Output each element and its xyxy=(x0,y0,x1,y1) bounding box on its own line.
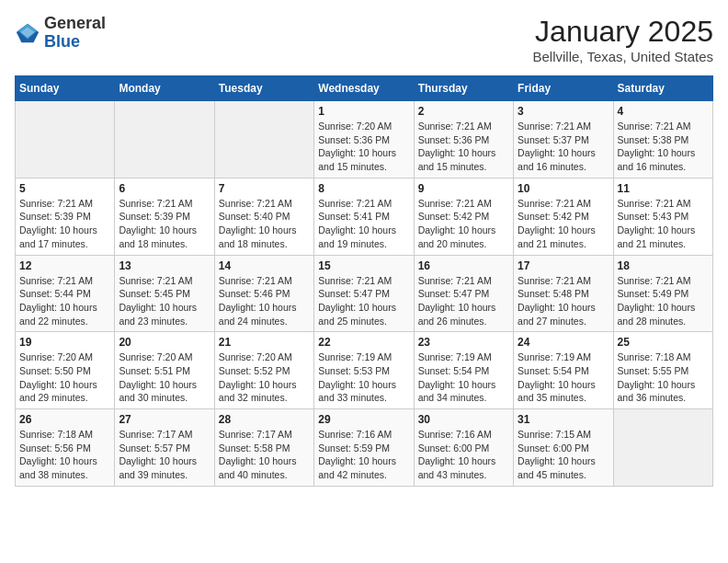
day-info: Sunrise: 7:21 AM Sunset: 5:47 PM Dayligh… xyxy=(318,274,409,328)
day-number: 22 xyxy=(318,336,409,349)
day-number: 14 xyxy=(219,259,310,272)
week-row-5: 26 Sunrise: 7:18 AM Sunset: 5:56 PM Dayl… xyxy=(16,409,713,487)
calendar-table: SundayMondayTuesdayWednesdayThursdayFrid… xyxy=(15,75,713,487)
week-row-1: 1 Sunrise: 7:20 AM Sunset: 5:36 PM Dayli… xyxy=(16,101,713,178)
day-number: 17 xyxy=(518,259,609,272)
day-number: 3 xyxy=(518,105,609,118)
day-info: Sunrise: 7:21 AM Sunset: 5:49 PM Dayligh… xyxy=(618,274,709,328)
day-cell: 19 Sunrise: 7:20 AM Sunset: 5:50 PM Dayl… xyxy=(16,332,115,409)
day-cell: 20 Sunrise: 7:20 AM Sunset: 5:51 PM Dayl… xyxy=(115,332,214,409)
day-info: Sunrise: 7:20 AM Sunset: 5:52 PM Dayligh… xyxy=(219,350,310,405)
calendar-body: 1 Sunrise: 7:20 AM Sunset: 5:36 PM Dayli… xyxy=(16,101,713,487)
day-info: Sunrise: 7:20 AM Sunset: 5:50 PM Dayligh… xyxy=(19,350,110,405)
week-row-3: 12 Sunrise: 7:21 AM Sunset: 5:44 PM Dayl… xyxy=(16,255,713,332)
day-info: Sunrise: 7:21 AM Sunset: 5:48 PM Dayligh… xyxy=(518,274,609,328)
day-cell: 15 Sunrise: 7:21 AM Sunset: 5:47 PM Dayl… xyxy=(314,255,414,332)
day-info: Sunrise: 7:20 AM Sunset: 5:36 PM Dayligh… xyxy=(318,120,409,174)
day-cell: 9 Sunrise: 7:21 AM Sunset: 5:42 PM Dayli… xyxy=(414,178,513,255)
day-cell: 17 Sunrise: 7:21 AM Sunset: 5:48 PM Dayl… xyxy=(514,255,613,332)
page-subtitle: Bellville, Texas, United States xyxy=(533,49,714,64)
day-number: 26 xyxy=(19,413,110,426)
day-cell: 24 Sunrise: 7:19 AM Sunset: 5:54 PM Dayl… xyxy=(514,332,613,409)
day-cell: 31 Sunrise: 7:15 AM Sunset: 6:00 PM Dayl… xyxy=(514,409,613,487)
day-cell: 25 Sunrise: 7:18 AM Sunset: 5:55 PM Dayl… xyxy=(613,332,712,409)
day-info: Sunrise: 7:19 AM Sunset: 5:54 PM Dayligh… xyxy=(518,350,609,405)
day-info: Sunrise: 7:21 AM Sunset: 5:36 PM Dayligh… xyxy=(418,120,509,174)
day-info: Sunrise: 7:21 AM Sunset: 5:37 PM Dayligh… xyxy=(518,120,609,174)
day-info: Sunrise: 7:16 AM Sunset: 6:00 PM Dayligh… xyxy=(418,428,509,482)
day-cell xyxy=(16,101,115,178)
weekday-wednesday: Wednesday xyxy=(314,76,414,101)
day-info: Sunrise: 7:19 AM Sunset: 5:54 PM Dayligh… xyxy=(418,350,509,405)
day-cell: 21 Sunrise: 7:20 AM Sunset: 5:52 PM Dayl… xyxy=(214,332,313,409)
day-info: Sunrise: 7:21 AM Sunset: 5:39 PM Dayligh… xyxy=(19,197,110,251)
day-number: 12 xyxy=(19,259,110,272)
weekday-header-row: SundayMondayTuesdayWednesdayThursdayFrid… xyxy=(16,76,713,101)
day-number: 24 xyxy=(518,336,609,349)
day-cell: 23 Sunrise: 7:19 AM Sunset: 5:54 PM Dayl… xyxy=(414,332,513,409)
day-number: 10 xyxy=(518,182,609,195)
day-info: Sunrise: 7:21 AM Sunset: 5:46 PM Dayligh… xyxy=(219,274,310,328)
day-info: Sunrise: 7:15 AM Sunset: 6:00 PM Dayligh… xyxy=(518,428,609,482)
day-cell: 28 Sunrise: 7:17 AM Sunset: 5:58 PM Dayl… xyxy=(214,409,313,487)
day-info: Sunrise: 7:21 AM Sunset: 5:41 PM Dayligh… xyxy=(318,197,409,251)
day-number: 19 xyxy=(19,336,110,349)
day-number: 30 xyxy=(418,413,509,426)
day-cell: 12 Sunrise: 7:21 AM Sunset: 5:44 PM Dayl… xyxy=(16,255,115,332)
day-cell: 22 Sunrise: 7:19 AM Sunset: 5:53 PM Dayl… xyxy=(314,332,414,409)
day-info: Sunrise: 7:18 AM Sunset: 5:55 PM Dayligh… xyxy=(618,350,709,405)
day-cell: 6 Sunrise: 7:21 AM Sunset: 5:39 PM Dayli… xyxy=(115,178,214,255)
day-cell: 11 Sunrise: 7:21 AM Sunset: 5:43 PM Dayl… xyxy=(613,178,712,255)
day-cell: 14 Sunrise: 7:21 AM Sunset: 5:46 PM Dayl… xyxy=(214,255,313,332)
day-info: Sunrise: 7:21 AM Sunset: 5:47 PM Dayligh… xyxy=(418,274,509,328)
day-number: 29 xyxy=(318,413,409,426)
weekday-sunday: Sunday xyxy=(16,76,115,101)
day-cell: 10 Sunrise: 7:21 AM Sunset: 5:42 PM Dayl… xyxy=(514,178,613,255)
title-block: January 2025 Bellville, Texas, United St… xyxy=(533,15,714,64)
page-header: General Blue January 2025 Bellville, Tex… xyxy=(15,15,713,64)
day-number: 7 xyxy=(219,182,310,195)
day-cell: 5 Sunrise: 7:21 AM Sunset: 5:39 PM Dayli… xyxy=(16,178,115,255)
day-number: 31 xyxy=(518,413,609,426)
weekday-friday: Friday xyxy=(514,76,613,101)
day-number: 9 xyxy=(418,182,509,195)
day-number: 6 xyxy=(119,182,210,195)
day-cell: 30 Sunrise: 7:16 AM Sunset: 6:00 PM Dayl… xyxy=(414,409,513,487)
week-row-4: 19 Sunrise: 7:20 AM Sunset: 5:50 PM Dayl… xyxy=(16,332,713,409)
day-number: 23 xyxy=(418,336,509,349)
day-number: 16 xyxy=(418,259,509,272)
day-cell: 8 Sunrise: 7:21 AM Sunset: 5:41 PM Dayli… xyxy=(314,178,414,255)
day-info: Sunrise: 7:21 AM Sunset: 5:44 PM Dayligh… xyxy=(19,274,110,328)
day-cell: 26 Sunrise: 7:18 AM Sunset: 5:56 PM Dayl… xyxy=(16,409,115,487)
day-info: Sunrise: 7:19 AM Sunset: 5:53 PM Dayligh… xyxy=(318,350,409,405)
day-info: Sunrise: 7:21 AM Sunset: 5:42 PM Dayligh… xyxy=(418,197,509,251)
day-number: 5 xyxy=(19,182,110,195)
day-cell: 29 Sunrise: 7:16 AM Sunset: 5:59 PM Dayl… xyxy=(314,409,414,487)
day-number: 27 xyxy=(119,413,210,426)
day-info: Sunrise: 7:17 AM Sunset: 5:58 PM Dayligh… xyxy=(219,428,310,482)
day-number: 15 xyxy=(318,259,409,272)
day-cell xyxy=(613,409,712,487)
day-info: Sunrise: 7:21 AM Sunset: 5:45 PM Dayligh… xyxy=(119,274,210,328)
day-cell: 2 Sunrise: 7:21 AM Sunset: 5:36 PM Dayli… xyxy=(414,101,513,178)
day-cell: 1 Sunrise: 7:20 AM Sunset: 5:36 PM Dayli… xyxy=(314,101,414,178)
day-number: 4 xyxy=(618,105,709,118)
day-number: 8 xyxy=(318,182,409,195)
day-number: 20 xyxy=(119,336,210,349)
day-number: 11 xyxy=(618,182,709,195)
weekday-tuesday: Tuesday xyxy=(214,76,313,101)
weekday-saturday: Saturday xyxy=(613,76,712,101)
day-info: Sunrise: 7:20 AM Sunset: 5:51 PM Dayligh… xyxy=(119,350,210,405)
day-number: 1 xyxy=(318,105,409,118)
day-cell xyxy=(214,101,313,178)
day-number: 21 xyxy=(219,336,310,349)
day-cell: 27 Sunrise: 7:17 AM Sunset: 5:57 PM Dayl… xyxy=(115,409,214,487)
day-number: 18 xyxy=(618,259,709,272)
day-cell xyxy=(115,101,214,178)
day-cell: 3 Sunrise: 7:21 AM Sunset: 5:37 PM Dayli… xyxy=(514,101,613,178)
day-info: Sunrise: 7:21 AM Sunset: 5:39 PM Dayligh… xyxy=(119,197,210,251)
weekday-monday: Monday xyxy=(115,76,214,101)
day-cell: 18 Sunrise: 7:21 AM Sunset: 5:49 PM Dayl… xyxy=(613,255,712,332)
logo-icon xyxy=(15,20,40,46)
page-title: January 2025 xyxy=(533,15,714,49)
